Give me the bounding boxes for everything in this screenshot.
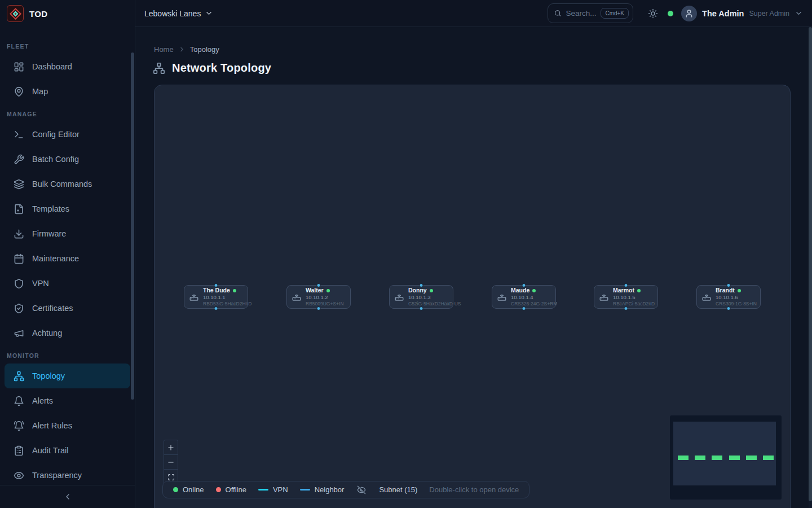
sidebar-item-label: VPN xyxy=(32,279,49,288)
title-row: Network Topology xyxy=(153,62,271,75)
neighbor-line-swatch xyxy=(300,489,310,491)
legend-offline-label: Offline xyxy=(226,485,246,494)
node-name: Maude xyxy=(511,287,529,294)
chevron-down-icon xyxy=(795,9,803,17)
breadcrumb-home[interactable]: Home xyxy=(154,45,174,54)
sidebar-item-label: Map xyxy=(32,87,48,96)
node-handle-top[interactable] xyxy=(522,283,526,287)
minimap-node xyxy=(695,456,705,460)
user-icon xyxy=(685,9,694,18)
node-handle-bottom[interactable] xyxy=(727,306,731,310)
node-handle-bottom[interactable] xyxy=(522,306,526,310)
bell-ring-icon xyxy=(14,421,24,431)
sidebar-item-label: Alert Rules xyxy=(32,421,72,430)
sidebar-item-dashboard[interactable]: Dashboard xyxy=(5,54,130,79)
node-model: CRS326-24G-2S+RM xyxy=(511,301,551,307)
theme-toggle-button[interactable] xyxy=(648,8,658,19)
node-handle-top[interactable] xyxy=(624,283,628,287)
device-node-the-dude[interactable]: The Dude10.10.1.1RBD53iG-5HacD2HnD xyxy=(184,285,248,309)
sidebar-item-firmware[interactable]: Firmware xyxy=(5,221,130,246)
node-handle-top[interactable] xyxy=(420,283,423,287)
node-handle-top[interactable] xyxy=(214,283,218,287)
sidebar-collapse-button[interactable] xyxy=(0,485,135,508)
page-scrollbar-thumb[interactable] xyxy=(809,27,812,501)
network-icon xyxy=(153,62,165,75)
minimap-viewport[interactable] xyxy=(673,422,776,485)
node-handle-top[interactable] xyxy=(727,283,731,287)
toggle-visibility-button[interactable] xyxy=(357,485,366,494)
topology-canvas[interactable]: The Dude10.10.1.1RBD53iG-5HacD2HnDWalter… xyxy=(154,85,791,508)
node-model: RBD53iG-5HacD2HnD xyxy=(203,301,243,307)
sidebar-item-config-editor[interactable]: Config Editor xyxy=(5,122,130,147)
sidebar-item-maintenance[interactable]: Maintenance xyxy=(5,246,130,271)
search-input[interactable]: Search... Cmd+K xyxy=(548,3,633,23)
sidebar-item-templates[interactable]: Templates xyxy=(5,196,130,221)
sidebar-item-vpn[interactable]: VPN xyxy=(5,271,130,296)
brand: TOD xyxy=(0,0,135,27)
node-name-row: The Dude xyxy=(203,287,243,294)
sidebar-item-topology[interactable]: Topology xyxy=(5,364,130,388)
legend-neighbor: Neighbor xyxy=(300,485,345,494)
node-ip: 10.10.1.3 xyxy=(408,294,448,301)
minimap-node xyxy=(712,456,722,460)
sidebar-item-audit-trail[interactable]: Audit Trail xyxy=(5,438,130,463)
node-handle-bottom[interactable] xyxy=(420,306,423,310)
device-node-maude[interactable]: Maude10.10.1.4CRS326-24G-2S+RM xyxy=(492,285,556,309)
sidebar-scrollbar[interactable] xyxy=(131,52,134,400)
device-node-walter[interactable]: Walter10.10.1.2RB5009UG+S+IN xyxy=(286,285,351,309)
sidebar-item-transparency[interactable]: Transparency xyxy=(5,463,130,485)
sidebar-item-certificates[interactable]: Certificates xyxy=(5,296,130,321)
canvas-hint: Double-click to open device xyxy=(429,485,519,494)
maximize-icon xyxy=(167,474,175,481)
device-node-donny[interactable]: Donny10.10.1.3C52iG-5HaxD2HaxD-US xyxy=(389,285,453,309)
device-node-brandt[interactable]: Brandt10.10.1.6CRS309-1G-8S+IN xyxy=(696,285,761,309)
map-pin-icon xyxy=(14,86,24,97)
offline-dot xyxy=(216,487,221,492)
legend-online: Online xyxy=(173,485,204,494)
zoom-out-button[interactable] xyxy=(164,455,178,470)
content: Home Topology Network Topology The Dude1… xyxy=(135,27,812,508)
user-menu-button[interactable] xyxy=(795,9,803,17)
node-name-row: Maude xyxy=(511,287,551,294)
minimap-node xyxy=(678,456,689,460)
org-name: Lebowski Lanes xyxy=(144,9,201,18)
zoom-in-button[interactable] xyxy=(164,440,178,455)
legend-vpn: VPN xyxy=(258,485,288,494)
node-status-dot xyxy=(233,289,236,292)
node-handle-top[interactable] xyxy=(317,283,321,287)
node-status-dot xyxy=(430,289,433,292)
sidebar-item-batch-config[interactable]: Batch Config xyxy=(5,147,130,172)
minimap-node xyxy=(763,456,774,460)
org-switcher[interactable]: Lebowski Lanes xyxy=(144,9,213,18)
sun-icon xyxy=(648,8,658,19)
node-handle-bottom[interactable] xyxy=(214,306,218,310)
sidebar-item-map[interactable]: Map xyxy=(5,79,130,104)
sidebar-item-bulk-commands[interactable]: Bulk Commands xyxy=(5,172,130,196)
connection-status-dot xyxy=(668,11,673,16)
node-ip: 10.10.1.5 xyxy=(613,294,653,301)
node-name: Marmot xyxy=(613,287,634,294)
node-handle-bottom[interactable] xyxy=(317,306,321,310)
sidebar-item-label: Templates xyxy=(32,204,69,213)
sidebar-item-label: Batch Config xyxy=(32,155,79,164)
node-info: The Dude10.10.1.1RBD53iG-5HacD2HnD xyxy=(203,287,243,307)
sidebar-item-label: Dashboard xyxy=(32,62,72,71)
sidebar-item-alerts[interactable]: Alerts xyxy=(5,388,130,413)
minimap-node xyxy=(746,456,757,460)
search-icon xyxy=(554,9,561,17)
sidebar-nav: FLEETDashboardMapMANAGEConfig EditorBatc… xyxy=(0,27,135,485)
sidebar-item-label: Achtung xyxy=(32,329,62,338)
legend-neighbor-label: Neighbor xyxy=(315,485,345,494)
avatar[interactable] xyxy=(681,6,697,21)
megaphone-icon xyxy=(14,328,24,339)
node-handle-bottom[interactable] xyxy=(624,306,628,310)
breadcrumb: Home Topology xyxy=(154,45,219,54)
node-status-dot xyxy=(326,289,330,292)
network-icon xyxy=(14,371,24,382)
sidebar-item-alert-rules[interactable]: Alert Rules xyxy=(5,413,130,438)
sidebar-item-label: Topology xyxy=(32,371,65,380)
sidebar-item-label: Certificates xyxy=(32,304,73,313)
device-node-marmot[interactable]: Marmot10.10.1.5RBcAPGi-5acD2nD xyxy=(594,285,658,309)
sidebar-item-achtung[interactable]: Achtung xyxy=(5,321,130,345)
minimap[interactable] xyxy=(670,415,782,500)
